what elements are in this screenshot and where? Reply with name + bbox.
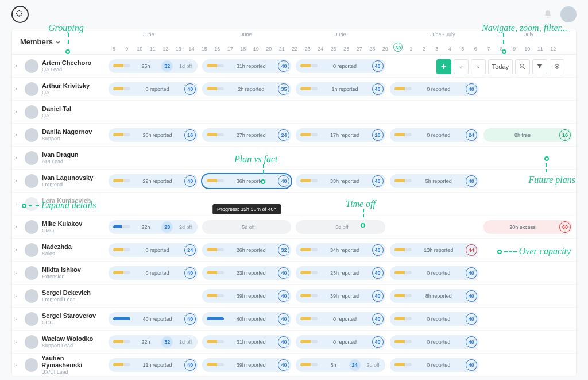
- day-cell[interactable]: 22: [288, 46, 301, 54]
- time-off-pill[interactable]: 5d off: [202, 220, 291, 234]
- day-cell[interactable]: 11: [146, 46, 160, 54]
- report-pill[interactable]: 11h reported40: [109, 358, 198, 372]
- expand-icon[interactable]: ›: [16, 86, 21, 92]
- report-pill[interactable]: 2h reported35: [202, 82, 291, 96]
- member-cell[interactable]: ›Arthur KrivitskyQA: [12, 82, 105, 96]
- day-cell[interactable]: 8: [495, 46, 508, 54]
- report-pill[interactable]: 29h reported40: [109, 174, 198, 188]
- report-pill[interactable]: 40h reported40: [202, 312, 291, 326]
- day-cell[interactable]: 23: [301, 46, 315, 54]
- time-off-pill[interactable]: 5d off: [296, 220, 385, 234]
- day-cell[interactable]: 19: [250, 46, 263, 54]
- report-pill[interactable]: 0 reported40: [390, 335, 479, 349]
- add-button[interactable]: +: [436, 59, 451, 74]
- expand-icon[interactable]: ›: [16, 63, 21, 69]
- day-cell[interactable]: 9: [508, 46, 521, 54]
- today-button[interactable]: Today: [488, 59, 513, 74]
- member-cell[interactable]: ›Mike KulakovCMO: [12, 220, 105, 234]
- day-cell[interactable]: 25: [327, 46, 341, 54]
- member-cell[interactable]: ›Yauhen RymasheuskiUX/UI Lead: [12, 355, 105, 375]
- day-cell[interactable]: 20: [262, 46, 276, 54]
- member-cell[interactable]: ›Ivan LagunovskyFrontend: [12, 174, 105, 188]
- member-cell[interactable]: ›Daniel TalQA: [12, 105, 105, 119]
- day-cell[interactable]: 27: [353, 46, 366, 54]
- member-cell[interactable]: ›Nikita IshkovExtension: [12, 266, 105, 280]
- report-pill[interactable]: 25h321d off: [109, 59, 198, 73]
- report-pill[interactable]: 0 reported40: [296, 335, 385, 349]
- expand-icon[interactable]: ›: [16, 224, 21, 230]
- day-cell[interactable]: 12: [547, 46, 560, 54]
- day-cell[interactable]: 10: [133, 46, 146, 54]
- report-pill[interactable]: 26h reported32: [202, 243, 291, 257]
- app-logo[interactable]: [11, 6, 29, 23]
- day-cell[interactable]: 21: [276, 46, 289, 54]
- member-cell[interactable]: ›Waclaw WolodkoSupport Lead: [12, 335, 105, 349]
- expand-icon[interactable]: ›: [16, 155, 21, 161]
- excess-pill[interactable]: 20h excess60: [483, 220, 572, 234]
- report-pill[interactable]: 0 reported24: [390, 128, 479, 142]
- prev-button[interactable]: ‹: [454, 59, 469, 74]
- settings-button[interactable]: [550, 59, 564, 74]
- report-pill[interactable]: 39h reported40: [296, 289, 385, 303]
- day-cell[interactable]: 13: [172, 46, 185, 54]
- report-pill[interactable]: 22h321d off: [109, 335, 198, 349]
- day-cell[interactable]: 26: [340, 46, 353, 54]
- report-pill[interactable]: 8h reported40: [390, 289, 479, 303]
- report-pill[interactable]: 34h reported40: [296, 243, 385, 257]
- filter-button[interactable]: [532, 59, 547, 74]
- day-cell[interactable]: 24: [314, 46, 327, 54]
- expand-icon[interactable]: ›: [16, 109, 21, 115]
- report-pill[interactable]: 27h reported24: [202, 128, 291, 142]
- report-pill[interactable]: 0 reported40: [390, 312, 479, 326]
- day-cell[interactable]: 15: [198, 46, 211, 54]
- expand-icon[interactable]: ›: [16, 362, 21, 368]
- report-pill[interactable]: 0 reported40: [109, 266, 198, 280]
- report-pill[interactable]: 39h reported40: [202, 289, 291, 303]
- expand-icon[interactable]: ›: [16, 178, 21, 184]
- report-pill[interactable]: 0 reported40: [296, 59, 385, 73]
- report-pill[interactable]: 36h reported40Progress: 35h 38m of 40h: [202, 174, 291, 188]
- user-avatar[interactable]: [560, 6, 577, 22]
- report-pill[interactable]: 22h232d off: [109, 220, 198, 234]
- notification-icon[interactable]: [543, 10, 552, 19]
- report-pill[interactable]: 17h reported16: [296, 128, 385, 142]
- grouping-selector[interactable]: Members: [12, 29, 105, 54]
- next-button[interactable]: ›: [471, 59, 486, 74]
- day-cell[interactable]: 12: [159, 46, 172, 54]
- day-cell[interactable]: 16: [211, 46, 224, 54]
- member-cell[interactable]: ›Ivan DragunAPI Lead: [12, 151, 105, 165]
- day-cell[interactable]: 29: [379, 46, 392, 54]
- day-cell[interactable]: 1: [405, 46, 418, 54]
- report-pill[interactable]: 13h reported44: [390, 243, 479, 257]
- member-cell[interactable]: ›Sergei DekevichFrontend Lead: [12, 289, 105, 303]
- free-pill[interactable]: 8h free16: [483, 128, 572, 142]
- day-cell[interactable]: 6: [469, 46, 482, 54]
- report-pill[interactable]: 31h reported40: [202, 59, 291, 73]
- report-pill[interactable]: 40h reported40: [109, 312, 198, 326]
- day-cell[interactable]: 18: [237, 46, 250, 54]
- report-pill[interactable]: 1h reported40: [296, 82, 385, 96]
- report-pill[interactable]: 0 reported40: [390, 266, 479, 280]
- report-pill[interactable]: 23h reported40: [202, 266, 291, 280]
- day-cell[interactable]: 3: [431, 46, 444, 54]
- day-cell[interactable]: 11: [534, 46, 547, 54]
- report-pill[interactable]: 0 reported40: [296, 312, 385, 326]
- day-cell[interactable]: 2: [417, 46, 431, 54]
- member-cell[interactable]: ›NadezhdaSales: [12, 243, 105, 257]
- day-cell[interactable]: 7: [482, 46, 496, 54]
- zoom-out-button[interactable]: [515, 59, 530, 74]
- expand-icon[interactable]: ›: [16, 293, 21, 299]
- report-pill[interactable]: 0 reported40: [109, 82, 198, 96]
- day-cell[interactable]: 4: [443, 46, 457, 54]
- report-pill[interactable]: 0 reported24: [109, 243, 198, 257]
- expand-icon[interactable]: ›: [16, 247, 21, 253]
- day-cell[interactable]: 5: [457, 46, 470, 54]
- member-cell[interactable]: ›Danila NagornovSupport: [12, 128, 105, 142]
- report-pill[interactable]: 39h reported40: [202, 358, 291, 372]
- member-cell[interactable]: ›Artem ChechoroQA Lead: [12, 59, 105, 73]
- report-pill[interactable]: 0 reported40: [390, 358, 479, 372]
- member-cell[interactable]: ›Lera KuntsevichDesign: [12, 197, 105, 211]
- day-cell[interactable]: 30: [392, 43, 405, 54]
- report-pill[interactable]: 33h reported40: [296, 174, 385, 188]
- expand-icon[interactable]: ›: [16, 339, 21, 345]
